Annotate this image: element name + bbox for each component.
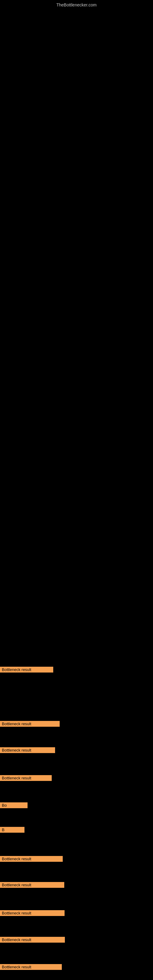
bottleneck-result-item: B <box>0 827 24 833</box>
site-title: TheBottlenecker.com <box>0 0 153 10</box>
bottleneck-result-item: Bo <box>0 802 27 808</box>
bottleneck-result-item: Bottleneck result <box>0 937 65 943</box>
bottleneck-result-item: Bottleneck result <box>0 721 60 727</box>
bottleneck-result-item: Bottleneck result <box>0 775 52 781</box>
bottleneck-result-item: Bottleneck result <box>0 882 64 888</box>
bottleneck-result-item: Bottleneck result <box>0 856 63 862</box>
bottleneck-result-item: Bottleneck result <box>0 910 65 916</box>
bottleneck-result-item: Bottleneck result <box>0 747 55 753</box>
bottleneck-result-item: Bottleneck result <box>0 964 62 970</box>
bottleneck-result-item: Bottleneck result <box>0 667 53 673</box>
